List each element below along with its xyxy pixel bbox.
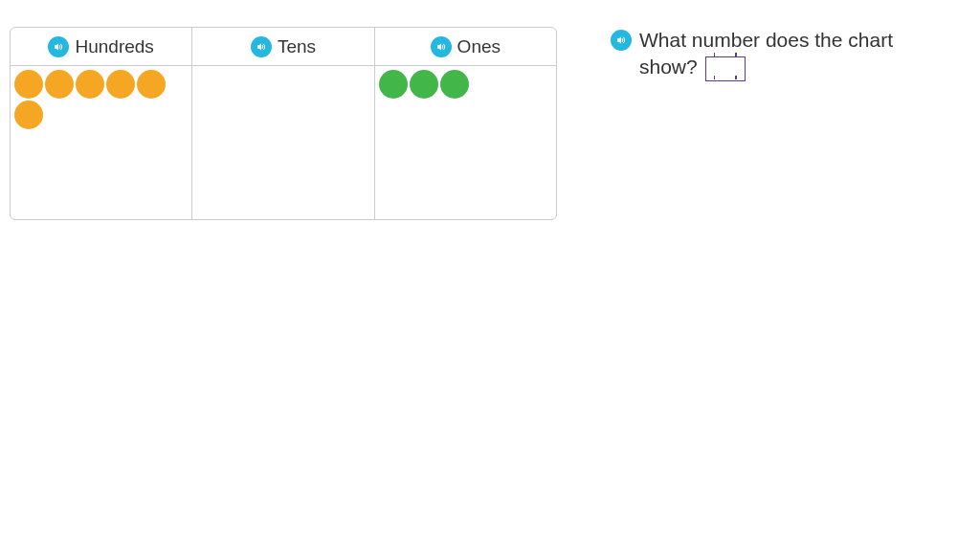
speaker-icon[interactable] xyxy=(611,30,632,51)
tens-column: Tens xyxy=(192,28,374,219)
count-dot xyxy=(14,100,43,129)
count-dot xyxy=(379,70,408,99)
place-value-chart: Hundreds Tens Ones xyxy=(10,27,557,220)
count-dot xyxy=(14,70,43,99)
tens-dots xyxy=(192,66,373,219)
speaker-icon[interactable] xyxy=(48,36,69,57)
ones-column: Ones xyxy=(375,28,556,219)
input-tick xyxy=(735,53,737,56)
input-tick xyxy=(714,53,716,56)
count-dot xyxy=(137,70,166,99)
count-dot xyxy=(45,70,74,99)
hundreds-column: Hundreds xyxy=(11,28,192,219)
ones-label: Ones xyxy=(457,36,501,57)
count-dot xyxy=(76,70,104,99)
speaker-icon[interactable] xyxy=(251,36,272,57)
input-tick xyxy=(714,76,716,79)
ones-header: Ones xyxy=(375,28,556,66)
question-text: What number does the chart show? xyxy=(639,27,955,81)
hundreds-dots xyxy=(11,66,191,219)
count-dot xyxy=(410,70,438,99)
question-prompt: What number does the chart show? xyxy=(639,29,893,78)
ones-dots xyxy=(375,66,556,219)
count-dot xyxy=(440,70,469,99)
hundreds-header: Hundreds xyxy=(11,28,191,66)
answer-input[interactable] xyxy=(705,56,746,81)
count-dot xyxy=(106,70,135,99)
hundreds-label: Hundreds xyxy=(75,36,153,57)
tens-header: Tens xyxy=(192,28,373,66)
tens-label: Tens xyxy=(278,36,316,57)
speaker-icon[interactable] xyxy=(431,36,452,57)
answer-input-wrap xyxy=(705,54,746,78)
input-tick xyxy=(735,76,737,79)
question-area: What number does the chart show? xyxy=(611,27,955,81)
